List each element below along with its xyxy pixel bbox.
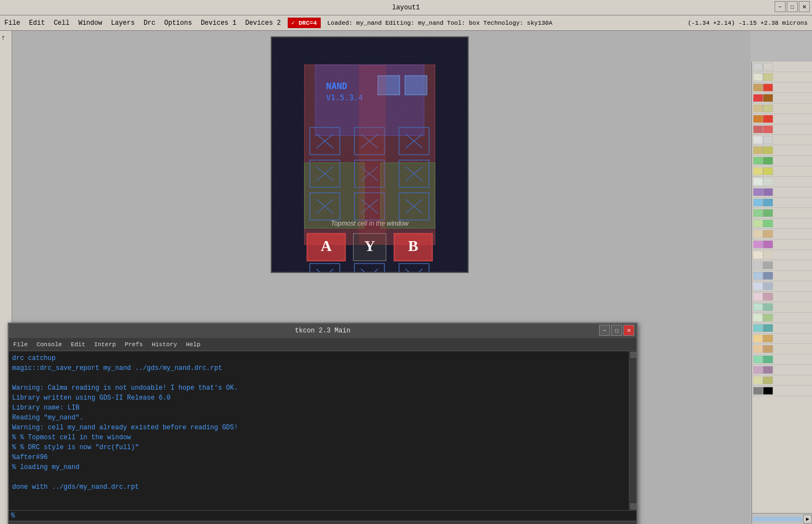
- layer-row-27[interactable]: [752, 344, 812, 354]
- layer-row-22[interactable]: [752, 292, 812, 302]
- svg-rect-112: [763, 335, 773, 342]
- svg-rect-117: [753, 366, 763, 374]
- drc-badge[interactable]: ✓ DRC=4: [288, 18, 321, 28]
- coords-display: (-1.34 +2.14) -1.15 +2.38 microns: [683, 20, 812, 26]
- layout-canvas[interactable]: NAND V1.5.3.4: [271, 36, 469, 273]
- layer-row-2[interactable]: [752, 83, 812, 93]
- svg-rect-121: [753, 387, 763, 395]
- menu-window[interactable]: Window: [74, 17, 106, 29]
- layer-row-30[interactable]: [752, 375, 812, 386]
- layer-row-23[interactable]: [752, 302, 812, 313]
- tkcon-scrollbar[interactable]: [629, 351, 637, 510]
- tkcon-line-3: Warning: Calma reading is not undoable! …: [12, 383, 626, 393]
- tkcon-titlebar: tkcon 2.3 Main − □ ✕: [9, 324, 637, 338]
- svg-rect-106: [763, 303, 773, 311]
- tkcon-menu-edit[interactable]: Edit: [67, 340, 90, 349]
- layers-panel: ▶: [751, 62, 812, 524]
- tkcon-input[interactable]: [17, 512, 634, 520]
- svg-rect-86: [763, 199, 773, 206]
- layer-row-24[interactable]: [752, 313, 812, 323]
- tool-arrow[interactable]: ↑: [1, 34, 11, 43]
- minimize-button[interactable]: −: [775, 1, 786, 12]
- menu-devices1[interactable]: Devices 1: [196, 17, 241, 29]
- layer-row-25[interactable]: [752, 323, 812, 334]
- svg-text:V1.5.3.4: V1.5.3.4: [326, 93, 363, 102]
- tkcon-footer: Plain Text Tab W: [9, 521, 637, 524]
- scroll-up-btn[interactable]: [630, 352, 637, 358]
- title-bar: layout1 − □ ✕: [0, 0, 812, 15]
- layer-row-21[interactable]: [752, 281, 812, 292]
- layer-row-28[interactable]: [752, 354, 812, 365]
- layer-row-13[interactable]: [752, 198, 812, 208]
- layer-row-8[interactable]: [752, 145, 812, 156]
- tkcon-controls: − □ ✕: [599, 325, 634, 336]
- svg-text:B: B: [408, 237, 418, 254]
- layer-row-7[interactable]: [752, 135, 812, 145]
- svg-rect-73: [753, 136, 763, 144]
- scroll-down-btn[interactable]: [630, 503, 637, 510]
- menu-options[interactable]: Options: [160, 17, 196, 29]
- svg-rect-116: [763, 356, 773, 363]
- menu-cell[interactable]: Cell: [50, 17, 74, 29]
- svg-rect-105: [753, 303, 763, 311]
- layer-row-5[interactable]: [752, 114, 812, 124]
- layer-row-3[interactable]: [752, 93, 812, 103]
- layer-row-9[interactable]: [752, 156, 812, 166]
- menu-drc[interactable]: Drc: [139, 17, 160, 29]
- svg-rect-96: [763, 251, 773, 259]
- layer-row-4[interactable]: [752, 103, 812, 114]
- layer-row-17[interactable]: [752, 239, 812, 250]
- tkcon-close[interactable]: ✕: [623, 325, 634, 336]
- menu-edit[interactable]: Edit: [25, 17, 50, 29]
- tkcon-menu-file[interactable]: File: [9, 340, 32, 349]
- svg-rect-120: [763, 376, 773, 384]
- tkcon-menu-prefs[interactable]: Prefs: [120, 340, 147, 349]
- tkcon-line-2: [12, 373, 626, 383]
- layer-row-1[interactable]: [752, 72, 812, 83]
- layer-row-10[interactable]: [752, 166, 812, 177]
- close-button[interactable]: ✕: [799, 1, 810, 12]
- tkcon-line-8: % % Topmost cell in the window: [12, 433, 626, 443]
- layer-row-16[interactable]: [752, 229, 812, 239]
- tkcon-line-1: magic::drc_save_report my_nand ../gds/my…: [12, 363, 626, 373]
- svg-rect-81: [753, 178, 763, 185]
- layer-row-26[interactable]: [752, 334, 812, 344]
- tkcon-menu-interp[interactable]: Interp: [90, 340, 120, 349]
- layer-row-20[interactable]: [752, 271, 812, 281]
- layer-row-15[interactable]: [752, 219, 812, 229]
- menu-devices2[interactable]: Devices 2: [241, 17, 286, 29]
- menu-file[interactable]: File: [0, 17, 25, 29]
- scroll-right-arrow[interactable]: ▶: [803, 515, 812, 523]
- svg-rect-92: [763, 230, 773, 238]
- menu-bar: File Edit Cell Window Layers Drc Options…: [0, 15, 812, 31]
- layer-row-19[interactable]: [752, 260, 812, 271]
- tkcon-menu-history[interactable]: History: [147, 340, 182, 349]
- layer-row-14[interactable]: [752, 208, 812, 219]
- svg-text:NAND: NAND: [326, 81, 347, 91]
- layer-row-11[interactable]: [752, 177, 812, 187]
- svg-rect-119: [753, 376, 763, 384]
- svg-rect-63: [753, 84, 763, 91]
- maximize-button[interactable]: □: [787, 1, 798, 12]
- svg-rect-78: [763, 157, 773, 165]
- tkcon-menu-help[interactable]: Help: [182, 340, 205, 349]
- layer-row-31[interactable]: [752, 386, 812, 396]
- svg-rect-62: [763, 73, 773, 81]
- svg-rect-10: [381, 163, 435, 228]
- svg-rect-70: [763, 115, 773, 123]
- layer-row-12[interactable]: [752, 187, 812, 198]
- layer-row-18[interactable]: [752, 250, 812, 260]
- tkcon-maximize[interactable]: □: [611, 325, 622, 336]
- tkcon-minimize[interactable]: −: [599, 325, 610, 336]
- svg-rect-91: [753, 230, 763, 238]
- layer-row-6[interactable]: [752, 124, 812, 135]
- layer-row-29[interactable]: [752, 365, 812, 375]
- svg-rect-82: [763, 178, 773, 185]
- tkcon-content[interactable]: drc catchup magic::drc_save_report my_na…: [9, 351, 629, 510]
- tkcon-menu-console[interactable]: Console: [32, 340, 66, 349]
- tkcon-window: tkcon 2.3 Main − □ ✕ File Console Edit I…: [8, 323, 638, 524]
- layers-scrollbar[interactable]: ▶: [752, 513, 812, 524]
- layer-row-0[interactable]: [752, 62, 812, 72]
- menu-layers[interactable]: Layers: [107, 17, 139, 29]
- svg-rect-90: [763, 220, 773, 227]
